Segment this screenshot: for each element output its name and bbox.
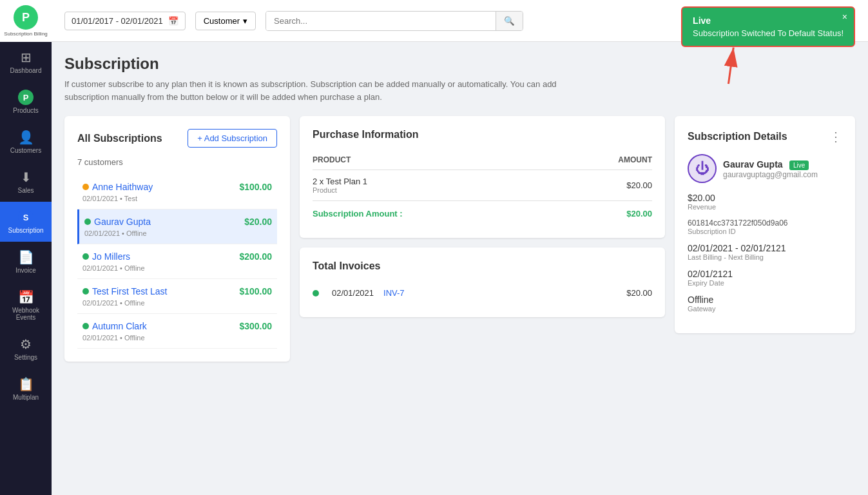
list-item[interactable]: Test First Test Last $100.00 02/01/2021 … — [77, 279, 277, 314]
sidebar-item-products[interactable]: P Products — [0, 82, 52, 122]
toast-title: Live — [693, 15, 844, 26]
sub-meta: 02/01/2021 • Offline — [82, 264, 272, 272]
sub-meta: 02/01/2021 • Test — [82, 195, 272, 202]
purchase-card-header: Purchase Information — [313, 129, 652, 141]
filter-dropdown[interactable]: Customer ▾ — [195, 12, 256, 30]
total-amount: $20.00 — [559, 201, 652, 226]
sub-meta: 02/01/2021 • Offline — [82, 299, 272, 307]
sub-name: Jo Millers — [92, 251, 130, 262]
multiplan-icon: 📋 — [18, 376, 34, 392]
date-range-picker[interactable]: 01/01/2017 - 02/01/2021 📅 — [64, 12, 186, 30]
invoices-title: Total Invoices — [313, 260, 381, 272]
logo-subtitle: Subscription Billing — [4, 31, 48, 37]
sidebar-item-webhook[interactable]: 📅 Webhook Events — [0, 282, 52, 329]
svg-line-1 — [714, 48, 748, 84]
invoice-icon: 📄 — [18, 249, 34, 265]
sidebar-label-webhook: Webhook Events — [3, 307, 48, 321]
sales-icon: ⬇ — [21, 170, 32, 185]
sidebar-label-multiplan: Multiplan — [13, 394, 39, 401]
sub-name: Anne Haithway — [92, 182, 153, 192]
details-card-header: Subscription Details ⋮ — [688, 129, 842, 144]
main-area: 01/01/2017 - 02/01/2021 📅 Customer ▾ 🔍 ×… — [52, 0, 868, 495]
list-item[interactable]: Anne Haithway $100.00 02/01/2021 • Test — [77, 175, 277, 209]
list-item[interactable]: Jo Millers $200.00 02/01/2021 • Offline — [77, 244, 277, 279]
live-badge: Live — [789, 160, 809, 170]
subscriptions-panel: All Subscriptions + Add Subscription 7 c… — [64, 116, 290, 371]
product-name-text: 2 x Test Plan 1 — [313, 177, 559, 186]
sub-item-row: Gaurav Gupta $20.00 — [84, 216, 272, 228]
list-item[interactable]: Autumn Clark $300.00 02/01/2021 • Offlin… — [77, 314, 277, 349]
sidebar-item-dashboard[interactable]: ⊞ Dashboard — [0, 42, 52, 82]
app-logo: P Subscription Billing — [0, 0, 52, 42]
status-dot-green — [82, 288, 89, 295]
subscription-icon: S — [18, 209, 34, 225]
products-icon: P — [18, 90, 34, 105]
sub-name: Test First Test Last — [92, 286, 167, 296]
user-details: Gaurav Gupta Live gauravguptagg@gmail.co… — [723, 159, 818, 179]
sub-item-row: Autumn Clark $300.00 — [82, 320, 272, 332]
sidebar-item-settings[interactable]: ⚙ Settings — [0, 329, 52, 369]
status-dot-orange — [82, 184, 89, 190]
sub-amount: $300.00 — [239, 321, 272, 331]
revenue-label: Revenue — [688, 203, 842, 211]
toast-close-button[interactable]: × — [842, 12, 847, 22]
subscriptions-card: All Subscriptions + Add Subscription 7 c… — [64, 116, 290, 362]
user-name-row: Gaurav Gupta Live — [723, 159, 818, 170]
sub-id-row: 601814cc3731722f050d9a06 Subscription ID — [688, 218, 842, 235]
product-name: 2 x Test Plan 1 Product — [313, 170, 559, 201]
expiry-date-value: 02/01/2121 — [688, 269, 842, 279]
invoice-row: 02/01/2021 INV-7 $20.00 — [313, 282, 652, 304]
details-panel: Subscription Details ⋮ ⏻ Gaurav Gupta Li… — [675, 116, 855, 343]
billing-range-label: Last Billing - Next Billing — [688, 253, 842, 261]
toast-notification: × Live Subscription Switched To Default … — [681, 6, 855, 47]
invoices-card: Total Invoices 02/01/2021 INV-7 $20.00 — [300, 248, 665, 317]
add-subscription-button[interactable]: + Add Subscription — [188, 129, 277, 148]
gateway-value: Offline — [688, 295, 842, 305]
customer-count: 7 customers — [77, 157, 277, 167]
webhook-icon: 📅 — [18, 289, 34, 305]
purchase-card: Purchase Information PRODUCT AMOUNT — [300, 116, 665, 238]
sub-name: Autumn Clark — [92, 321, 147, 331]
dashboard-icon: ⊞ — [21, 50, 32, 65]
search-input[interactable] — [266, 12, 496, 30]
invoices-card-header: Total Invoices — [313, 260, 652, 272]
search-button[interactable]: 🔍 — [496, 12, 523, 30]
sub-amount: $20.00 — [244, 217, 272, 227]
user-info: ⏻ Gaurav Gupta Live gauravguptagg@gmail.… — [688, 154, 842, 183]
invoice-link[interactable]: INV-7 — [383, 288, 405, 298]
sidebar-label-subscription: Subscription — [8, 227, 43, 234]
subscriptions-card-header: All Subscriptions + Add Subscription — [77, 129, 277, 148]
billing-range-value: 02/01/2021 - 02/01/2121 — [688, 243, 842, 253]
power-icon: ⏻ — [695, 160, 709, 177]
search-bar: 🔍 — [265, 11, 523, 31]
sub-name: Gaurav Gupta — [94, 217, 151, 227]
list-item[interactable]: Gaurav Gupta $20.00 02/01/2021 • Offline — [77, 209, 277, 244]
sidebar-item-customers[interactable]: 👤 Customers — [0, 122, 52, 162]
dots-menu-icon[interactable]: ⋮ — [829, 129, 842, 144]
total-label: Subscription Amount : — [313, 201, 559, 226]
sidebar-item-sales[interactable]: ⬇ Sales — [0, 162, 52, 202]
user-avatar: ⏻ — [688, 154, 717, 183]
sidebar: P Subscription Billing ⊞ Dashboard P Pro… — [0, 0, 52, 495]
invoice-amount: $20.00 — [626, 288, 652, 298]
details-title: Subscription Details — [688, 131, 787, 142]
sub-item-row: Jo Millers $200.00 — [82, 251, 272, 262]
sidebar-item-subscription[interactable]: S Subscription — [0, 202, 52, 242]
toast-message: Subscription Switched To Default Status! — [693, 28, 844, 38]
dropdown-arrow-icon: ▾ — [243, 16, 247, 26]
expiry-date-label: Expiry Date — [688, 279, 842, 287]
content: Subscription If customer subscribe to an… — [52, 42, 868, 495]
purchase-title: Purchase Information — [313, 129, 418, 141]
customers-icon: 👤 — [18, 130, 34, 145]
purchase-table: PRODUCT AMOUNT 2 x Test Plan 1 Product $… — [313, 150, 652, 225]
sidebar-item-multiplan[interactable]: 📋 Multiplan — [0, 369, 52, 409]
gateway-row: Offline Gateway — [688, 295, 842, 313]
sub-id-label: Subscription ID — [688, 228, 842, 235]
filter-value: Customer — [204, 16, 240, 26]
status-dot-green — [82, 323, 89, 329]
product-sub-label: Product — [313, 186, 559, 194]
sidebar-label-products: Products — [13, 107, 38, 114]
table-row: 2 x Test Plan 1 Product $20.00 — [313, 170, 652, 201]
sidebar-item-invoice[interactable]: 📄 Invoice — [0, 242, 52, 282]
invoice-date: 02/01/2021 — [332, 288, 374, 298]
